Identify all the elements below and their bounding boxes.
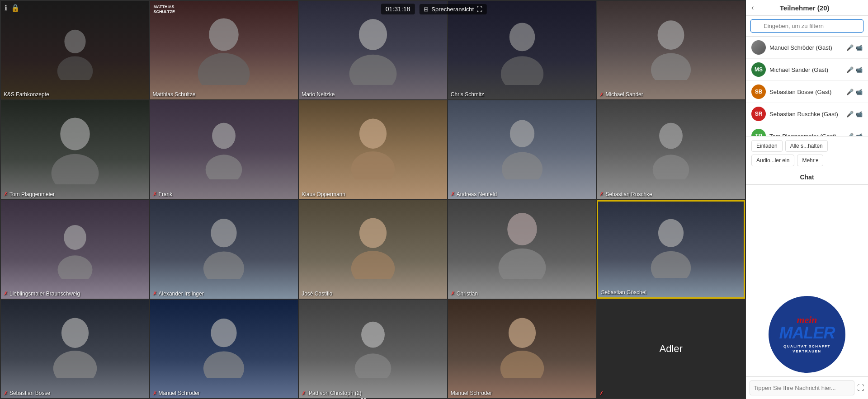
participant-avatar-2: MS xyxy=(751,62,766,77)
chat-title: Chat xyxy=(800,174,814,181)
video-name-text-20: Adler xyxy=(660,343,683,355)
svg-point-26 xyxy=(507,213,537,245)
label-text-11: Lieblingsmaler Braunschweig xyxy=(9,291,80,297)
video-cell-13[interactable]: José Castillo xyxy=(299,200,447,299)
svg-point-19 xyxy=(653,155,689,179)
video-cell-15[interactable]: Sebastian Göschel xyxy=(597,200,745,299)
svg-point-3 xyxy=(198,53,250,84)
audio-on-button[interactable]: Audio...ler ein xyxy=(751,155,794,166)
mute-icon-11: ✗ xyxy=(4,291,8,296)
participant-list: Manuel Schröder (Gast) 🎤 📹 MS Michael Sa… xyxy=(746,37,868,136)
svg-point-1 xyxy=(57,56,93,80)
svg-point-2 xyxy=(209,18,239,51)
participant-icons-5: 🎤 📹 xyxy=(846,133,863,136)
sidebar: ‹ Teilnehmer (20) 🔍 Manuel Schröder (Gas… xyxy=(746,0,868,399)
mute-status-2: 🎤 xyxy=(846,66,854,73)
participant-item-2: MS Michael Sander (Gast) 🎤 📹 xyxy=(746,59,868,81)
mute-icon-10: ✗ xyxy=(599,191,604,197)
label-text-8: Klaus Oppermann xyxy=(302,191,345,197)
mute-icon-20: ✗ xyxy=(599,390,604,396)
view-mode-selector[interactable]: ⊞ Sprecheransicht ⛶ xyxy=(419,4,487,14)
svg-point-23 xyxy=(203,252,244,279)
top-bar-center: 01:31:18 ⊞ Sprecheransicht ⛶ xyxy=(381,4,487,14)
svg-point-17 xyxy=(501,152,542,179)
label-text-5: Michael Sander xyxy=(605,91,643,98)
svg-point-7 xyxy=(500,56,543,85)
svg-point-34 xyxy=(361,322,385,348)
video-cell-9[interactable]: ✗ Andreas Neufeld xyxy=(448,100,596,199)
svg-point-0 xyxy=(64,29,85,53)
video-label-19: Manuel Schröder xyxy=(451,390,492,396)
chat-message-input[interactable] xyxy=(750,380,854,395)
top-bar: 01:31:18 ⊞ Sprecheransicht ⛶ xyxy=(0,0,868,18)
label-text-3: Mario Neitzke xyxy=(302,91,335,98)
svg-point-18 xyxy=(659,122,683,149)
svg-point-29 xyxy=(651,251,691,278)
participant-search-input[interactable] xyxy=(750,19,863,33)
video-cell-18[interactable]: ✗ iPad von Christoph (2) xyxy=(299,300,447,398)
video-label-16: ✗ Sebastian Bosse xyxy=(4,390,50,396)
avatar-initials-2: MS xyxy=(755,66,763,73)
label-text-13: José Castillo xyxy=(302,291,332,297)
video-cell-20[interactable]: Adler ✗ xyxy=(597,300,745,398)
cam-status-4: 📹 xyxy=(855,111,863,117)
main-layout: K&S Farbkonzepte MATTHIASSCHULTZE Matthi… xyxy=(0,0,868,399)
svg-point-30 xyxy=(61,318,89,347)
chat-area: mein MALER QUALITÄT SCHAFFTVERTRAUEN xyxy=(746,185,868,376)
participant-icons-4: 🎤 📹 xyxy=(846,111,863,117)
svg-point-8 xyxy=(658,20,684,50)
svg-point-33 xyxy=(203,351,244,378)
cam-status-5: 📹 xyxy=(855,133,863,136)
mute-icon-12: ✗ xyxy=(153,291,157,296)
grid-icon: ⊞ xyxy=(424,6,429,13)
video-label-17: ✗ Manuel Schröder xyxy=(153,390,200,396)
video-cell-11[interactable]: ✗ Lieblingsmaler Braunschweig xyxy=(1,200,149,299)
video-label-20: ✗ xyxy=(599,390,604,396)
more-button[interactable]: Mehr ▾ xyxy=(797,155,823,166)
video-label-9: ✗ Andreas Neufeld xyxy=(451,191,497,197)
video-cell-8[interactable]: Klaus Oppermann xyxy=(299,100,447,199)
mein-maler-tagline: QUALITÄT SCHAFFTVERTRAUEN xyxy=(779,344,835,354)
cam-status-2: 📹 xyxy=(855,66,863,73)
video-label-7: ✗ Frank xyxy=(153,191,173,197)
video-cell-14[interactable]: ✗ Christian xyxy=(448,200,596,299)
invite-button[interactable]: Einladen xyxy=(751,140,783,152)
video-cell-7[interactable]: ✗ Frank xyxy=(150,100,298,199)
mute-icon-5: ✗ xyxy=(599,92,604,98)
svg-point-6 xyxy=(509,23,535,52)
participant-avatar-5: TP xyxy=(751,129,766,136)
video-label-2: Matthias Schultze xyxy=(153,91,196,98)
video-cell-17[interactable]: ✗ Manuel Schröder xyxy=(150,300,298,398)
participant-item-1: Manuel Schröder (Gast) 🎤 📹 xyxy=(746,37,868,59)
info-icons-overlay: ℹ 🔒 xyxy=(5,4,20,12)
mute-status-1: 🎤 xyxy=(846,44,854,51)
svg-point-27 xyxy=(498,249,546,279)
chat-expand-button[interactable]: ⛶ xyxy=(857,384,864,392)
svg-point-9 xyxy=(651,53,691,80)
chat-panel-header: Chat xyxy=(746,170,868,185)
video-cell-12[interactable]: ✗ Alexander Irslinger xyxy=(150,200,298,299)
label-text-17: Manuel Schröder xyxy=(159,390,200,396)
label-text-18: iPad von Christoph (2) xyxy=(307,390,361,396)
video-cell-10[interactable]: ✗ Sebastian Ruschke xyxy=(597,100,745,199)
video-label-4: Chris Schmitz xyxy=(451,91,484,98)
video-cell-19[interactable]: Manuel Schröder xyxy=(448,300,596,398)
participant-icons-3: 🎤 📹 xyxy=(846,89,863,95)
video-grid: K&S Farbkonzepte MATTHIASSCHULTZE Matthi… xyxy=(0,0,746,399)
video-cell-6[interactable]: ✗ Tom Plaggenmeier xyxy=(1,100,149,199)
video-label-10: ✗ Sebastian Ruschke xyxy=(599,191,652,197)
mein-maler-logo: mein MALER QUALITÄT SCHAFFTVERTRAUEN xyxy=(769,296,845,373)
svg-point-24 xyxy=(359,218,387,248)
video-cell-16[interactable]: ✗ Sebastian Bosse xyxy=(1,300,149,398)
svg-point-22 xyxy=(211,219,237,248)
more-label: Mehr xyxy=(802,157,814,164)
video-label-5: ✗ Michael Sander xyxy=(599,91,643,98)
label-text-6: Tom Plaggenmeier xyxy=(9,191,55,197)
info-icon[interactable]: ℹ xyxy=(5,4,7,12)
video-label-15: Sebastian Göschel xyxy=(601,289,646,296)
mute-all-button[interactable]: Alle s...halten xyxy=(785,140,828,152)
participant-item-3: SB Sebastian Bosse (Gast) 🎤 📹 xyxy=(746,81,868,103)
participant-avatar-1 xyxy=(751,40,766,55)
svg-point-11 xyxy=(51,154,99,184)
label-text-7: Frank xyxy=(159,191,173,197)
